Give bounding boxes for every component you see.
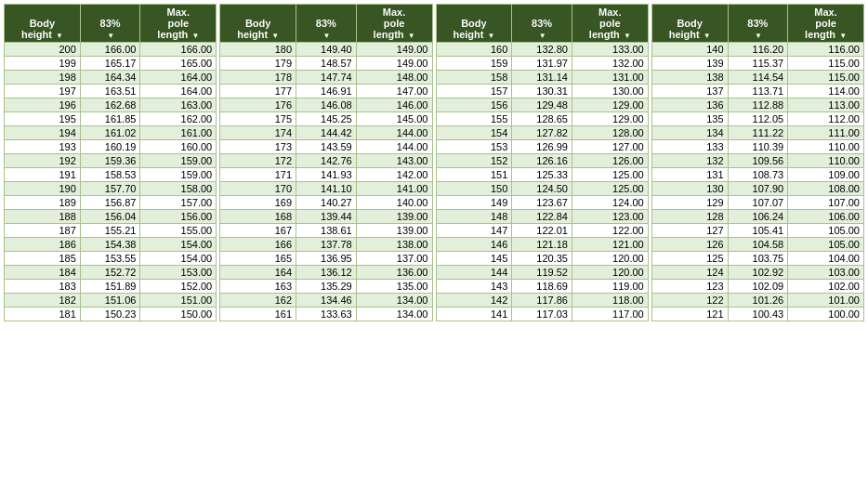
col-header-2[interactable]: Max.polelength ▼: [140, 5, 217, 43]
cell-r2-c0: 158: [436, 71, 512, 85]
filter-icon[interactable]: ▼: [408, 32, 415, 40]
cell-r14-c2: 105.00: [788, 238, 864, 252]
cell-r9-c1: 108.73: [728, 168, 788, 182]
cell-r8-c2: 126.00: [572, 154, 648, 168]
cell-r19-c0: 141: [436, 308, 512, 321]
cell-r8-c2: 143.00: [356, 154, 432, 168]
table-row: 192159.36159.00: [5, 154, 217, 168]
cell-r16-c1: 152.72: [80, 266, 140, 280]
cell-r15-c2: 120.00: [572, 252, 648, 266]
cell-r14-c1: 137.78: [296, 238, 357, 252]
col-header-2[interactable]: Max.polelength ▼: [572, 5, 648, 43]
cell-r5-c0: 135: [651, 112, 728, 126]
table-row: 183151.89152.00: [5, 280, 217, 294]
table-row: 145120.35120.00: [436, 252, 648, 266]
filter-icon[interactable]: ▼: [322, 32, 330, 40]
cell-r10-c0: 190: [5, 182, 81, 196]
col-header-1[interactable]: 83% ▼: [80, 5, 140, 43]
cell-r6-c2: 128.00: [572, 126, 648, 140]
filter-icon[interactable]: ▼: [271, 32, 279, 40]
table-row: 133110.39110.00: [651, 140, 863, 154]
col-header-2[interactable]: Max.polelength ▼: [356, 5, 432, 43]
cell-r16-c2: 136.00: [356, 266, 432, 280]
cell-r4-c2: 163.00: [140, 98, 217, 112]
cell-r17-c0: 183: [5, 280, 81, 294]
cell-r16-c2: 120.00: [572, 266, 648, 280]
cell-r12-c2: 156.00: [140, 210, 217, 224]
cell-r11-c0: 189: [5, 196, 81, 210]
cell-r1-c0: 199: [5, 57, 81, 71]
cell-r7-c1: 110.39: [728, 140, 788, 154]
table-row: 142117.86118.00: [436, 294, 648, 308]
table-row: 152126.16126.00: [436, 154, 648, 168]
table-row: 149123.67124.00: [436, 196, 648, 210]
cell-r0-c0: 160: [436, 43, 512, 57]
filter-icon[interactable]: ▼: [487, 32, 494, 40]
col-header-2[interactable]: Max.polelength ▼: [788, 5, 864, 43]
table-row: 138114.54115.00: [651, 71, 863, 85]
cell-r4-c0: 196: [5, 98, 81, 112]
cell-r4-c2: 146.00: [356, 98, 432, 112]
cell-r5-c2: 145.00: [356, 112, 432, 126]
cell-r13-c0: 127: [651, 224, 728, 238]
cell-r1-c2: 132.00: [572, 57, 648, 71]
cell-r1-c1: 131.97: [512, 57, 572, 71]
cell-r6-c0: 194: [5, 126, 81, 140]
cell-r7-c0: 193: [5, 140, 81, 154]
data-table-3: Bodyheight ▼83% ▼Max.polelength ▼160132.…: [436, 4, 649, 321]
cell-r12-c1: 139.44: [296, 210, 357, 224]
table-row: 164136.12136.00: [220, 266, 432, 280]
filter-icon[interactable]: ▼: [704, 32, 711, 40]
col-header-0[interactable]: Bodyheight ▼: [220, 5, 296, 43]
filter-icon[interactable]: ▼: [539, 32, 546, 40]
cell-r7-c0: 153: [436, 140, 512, 154]
cell-r13-c1: 155.21: [80, 224, 140, 238]
cell-r9-c0: 171: [220, 168, 296, 182]
cell-r14-c0: 186: [5, 238, 81, 252]
cell-r5-c2: 162.00: [140, 112, 217, 126]
cell-r18-c1: 151.06: [80, 294, 140, 308]
cell-r10-c2: 108.00: [788, 182, 864, 196]
cell-r4-c0: 156: [436, 98, 512, 112]
cell-r2-c0: 178: [220, 71, 296, 85]
cell-r0-c2: 149.00: [356, 43, 432, 57]
cell-r9-c1: 158.53: [80, 168, 140, 182]
cell-r14-c2: 154.00: [140, 238, 217, 252]
cell-r6-c1: 127.82: [512, 126, 572, 140]
col-header-0[interactable]: Bodyheight ▼: [5, 5, 81, 43]
col-header-0[interactable]: Bodyheight ▼: [436, 5, 512, 43]
col-header-1[interactable]: 83% ▼: [728, 5, 788, 43]
cell-r7-c1: 126.99: [512, 140, 572, 154]
cell-r12-c0: 188: [5, 210, 81, 224]
cell-r16-c1: 102.92: [728, 266, 788, 280]
table-row: 151125.33125.00: [436, 168, 648, 182]
cell-r4-c0: 176: [220, 98, 296, 112]
cell-r8-c0: 192: [5, 154, 81, 168]
cell-r5-c1: 112.05: [728, 112, 788, 126]
table-row: 180149.40149.00: [220, 43, 432, 57]
cell-r1-c1: 148.57: [296, 57, 357, 71]
col-header-1[interactable]: 83% ▼: [296, 5, 357, 43]
cell-r15-c2: 137.00: [356, 252, 432, 266]
cell-r16-c2: 103.00: [788, 266, 864, 280]
filter-icon[interactable]: ▼: [755, 32, 762, 40]
col-header-0[interactable]: Bodyheight ▼: [651, 5, 728, 43]
cell-r10-c2: 141.00: [356, 182, 432, 196]
table-row: 191158.53159.00: [5, 168, 217, 182]
filter-icon[interactable]: ▼: [839, 32, 847, 40]
cell-r3-c2: 147.00: [356, 85, 432, 98]
cell-r11-c2: 107.00: [788, 196, 864, 210]
col-header-1[interactable]: 83% ▼: [512, 5, 572, 43]
cell-r10-c0: 170: [220, 182, 296, 196]
cell-r8-c2: 159.00: [140, 154, 217, 168]
filter-icon[interactable]: ▼: [107, 32, 114, 40]
cell-r16-c0: 164: [220, 266, 296, 280]
cell-r2-c1: 147.74: [296, 71, 357, 85]
cell-r11-c1: 123.67: [512, 196, 572, 210]
filter-icon[interactable]: ▼: [191, 32, 199, 40]
table-row: 121100.43100.00: [651, 308, 863, 321]
filter-icon[interactable]: ▼: [624, 32, 631, 40]
cell-r4-c1: 146.08: [296, 98, 357, 112]
cell-r6-c1: 111.22: [728, 126, 788, 140]
filter-icon[interactable]: ▼: [56, 32, 63, 40]
